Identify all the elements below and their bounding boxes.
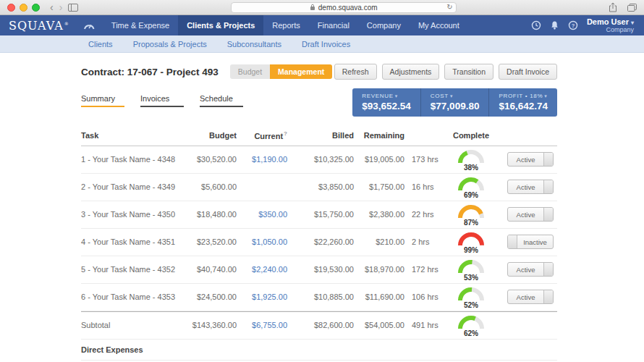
toggle-knob	[543, 208, 553, 221]
task-name: Subtotal	[81, 321, 182, 329]
nav-item-my-account[interactable]: My Account	[410, 15, 468, 35]
toggle-label: Inactive	[517, 238, 553, 246]
budget-value: $5,600.00	[182, 182, 237, 191]
col-billed: Billed	[287, 131, 354, 140]
brand-logo[interactable]: SQUAVA®	[9, 15, 69, 35]
address-bar[interactable]: demo.squava.com ↻	[231, 2, 457, 13]
status-toggle[interactable]: Active	[507, 262, 554, 277]
contract-header: Contract: 17-067 - Project 493 Budget Ma…	[81, 64, 557, 80]
gauge-arc	[457, 230, 485, 246]
status-cell: Active	[501, 290, 554, 304]
current-amount-link[interactable]: $1,190.00	[237, 155, 287, 164]
caret-down-icon: ▾	[450, 93, 453, 98]
col-task: Task	[81, 131, 182, 140]
browser-forward-button[interactable]: ›	[59, 2, 63, 12]
section-title: Direct Expenses	[81, 345, 554, 354]
hours-value: 491 hrs	[404, 321, 441, 329]
nav-item-clients-projects[interactable]: Clients & Projects	[178, 15, 263, 35]
caret-down-icon: ▾	[395, 93, 398, 98]
chevron-down-icon: ▾	[631, 20, 634, 26]
sub-nav: Clients Proposals & Projects Subconsulta…	[0, 35, 644, 53]
revenue-stat[interactable]: REVENUE▾ $93,652.54	[352, 88, 420, 117]
tasks-table: Task Budget Current? Billed Remaining Co…	[81, 126, 557, 362]
gauge-arc	[457, 175, 485, 191]
complete-percent: 99%	[464, 247, 478, 254]
col-current: Current?	[237, 130, 287, 140]
table-header: Task Budget Current? Billed Remaining Co…	[81, 126, 557, 146]
nav-item-financial[interactable]: Financial	[309, 15, 358, 35]
hours-value: 172 hrs	[404, 265, 441, 274]
share-icon[interactable]	[609, 2, 617, 12]
subnav-item-proposals-projects[interactable]: Proposals & Projects	[133, 40, 207, 49]
hours-value: 2 hrs	[404, 237, 441, 246]
tab-summary[interactable]: Summary	[81, 94, 124, 107]
sidebar-icon[interactable]	[68, 4, 78, 12]
current-amount-link[interactable]: $2,240.00	[237, 265, 287, 274]
remaining-value: $1,750.00	[354, 182, 404, 191]
subnav-item-draft-invoices[interactable]: Draft Invoices	[302, 40, 350, 49]
profit-stat[interactable]: PROFIT • 18%▾ $16,642.74	[488, 88, 557, 117]
tab-schedule[interactable]: Schedule	[200, 94, 243, 107]
main-content: Contract: 17-067 - Project 493 Budget Ma…	[0, 64, 644, 362]
table-row: 4 - Your Task Name - 4351$23,520.00$1,05…	[81, 229, 557, 256]
management-mode-button[interactable]: Management	[270, 64, 332, 79]
toggle-knob	[543, 263, 553, 276]
chrome-toolbar-right	[609, 2, 637, 12]
tab-invoices[interactable]: Invoices	[140, 94, 184, 107]
current-amount-link[interactable]: $350.00	[237, 210, 287, 219]
remaining-value: $54,005.00	[354, 321, 404, 329]
col-budget: Budget	[182, 131, 237, 140]
adjustments-button[interactable]: Adjustments	[382, 64, 440, 80]
col-remaining: Remaining	[354, 131, 404, 140]
toggle-label: Active	[508, 156, 543, 164]
transition-button[interactable]: Transition	[444, 64, 493, 80]
minimize-window-button[interactable]	[20, 4, 27, 12]
section-tabs: Summary Invoices Schedule	[81, 94, 243, 107]
browser-back-button[interactable]: ‹	[50, 2, 54, 12]
complete-gauge: 52%	[441, 285, 501, 309]
subnav-item-subconsultants[interactable]: Subconsultants	[227, 40, 281, 49]
task-name: 1 - Your Task Name - 4348	[81, 155, 182, 164]
revenue-value: $93,652.54	[362, 101, 411, 111]
zoom-window-button[interactable]	[32, 4, 40, 12]
user-name: Demo User	[587, 17, 629, 26]
profit-value: $16,642.74	[499, 101, 548, 111]
status-toggle[interactable]: Active	[507, 180, 554, 194]
budget-value: $143,360.00	[182, 321, 237, 329]
help-circle-icon[interactable]: ?	[568, 20, 578, 30]
current-amount-link[interactable]: $1,925.00	[237, 292, 287, 301]
current-amount-link[interactable]: $6,755.00	[237, 321, 287, 329]
refresh-button[interactable]: Refresh	[334, 64, 377, 80]
table-row: 2 - Your Task Name - 4349$5,600.00$3,850…	[81, 174, 557, 201]
table-row: Subtotal$143,360.00$6,755.00$82,600.00$5…	[81, 311, 557, 340]
user-menu[interactable]: Demo User▾ Company	[587, 17, 634, 34]
hours-value: 173 hrs	[404, 155, 441, 164]
subnav-item-clients[interactable]: Clients	[88, 40, 113, 49]
complete-percent: 87%	[464, 219, 478, 227]
hours-value: 106 hrs	[404, 292, 441, 301]
status-toggle[interactable]: Active	[507, 152, 554, 167]
toggle-label: Active	[508, 211, 543, 219]
draft-invoice-button[interactable]: Draft Invoice	[499, 64, 557, 80]
url-text: demo.squava.com	[318, 4, 378, 12]
budget-mode-button[interactable]: Budget	[230, 64, 270, 79]
history-clock-icon[interactable]	[531, 20, 541, 30]
lock-icon	[310, 4, 315, 11]
reload-icon[interactable]: ↻	[446, 4, 452, 11]
billed-value: $3,850.00	[287, 182, 354, 191]
notifications-bell-icon[interactable]	[550, 20, 559, 30]
caret-down-icon: ▾	[544, 93, 547, 98]
tabs-overview-icon[interactable]	[627, 4, 637, 12]
nav-item-time-expense[interactable]: Time & Expense	[103, 15, 178, 35]
status-toggle[interactable]: Active	[507, 290, 554, 304]
dashboard-icon[interactable]	[75, 15, 103, 35]
nav-item-reports[interactable]: Reports	[263, 15, 309, 35]
status-toggle[interactable]: Active	[507, 207, 554, 222]
nav-item-company[interactable]: Company	[358, 15, 410, 35]
close-window-button[interactable]	[7, 4, 15, 12]
cost-stat[interactable]: COST▾ $77,009.80	[420, 88, 489, 117]
current-amount-link[interactable]: $1,050.00	[237, 237, 287, 246]
toggle-label: Active	[508, 266, 543, 274]
main-nav: SQUAVA® Time & Expense Clients & Project…	[0, 15, 644, 35]
status-toggle[interactable]: Inactive	[507, 235, 554, 249]
